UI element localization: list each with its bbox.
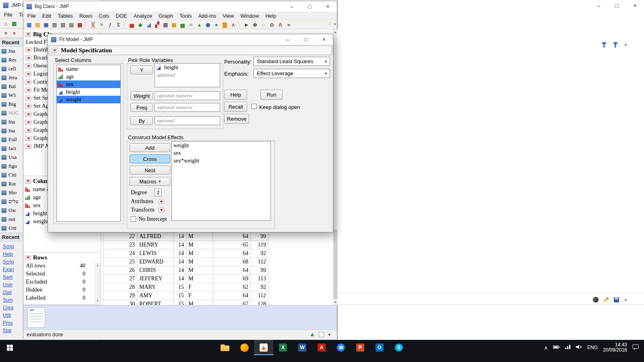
menu-window[interactable]: Window [237,12,262,19]
taskbar-outlook[interactable]: O [370,340,389,355]
cell[interactable]: 28 [103,283,137,292]
cell[interactable]: 30 [103,300,137,305]
cell[interactable]: HENRY [137,241,173,249]
tray-expand-icon[interactable]: ∧ [544,345,548,351]
status-box-icon[interactable] [319,332,324,337]
sort-icon[interactable]: ≡ [97,21,106,29]
by-field[interactable]: optional [155,116,220,125]
cell[interactable]: 23 [103,241,137,249]
cell[interactable]: 65 [213,241,251,249]
clear-row-states-icon[interactable]: ╳ [89,21,97,29]
new-window-icon[interactable]: ▦ [10,19,19,27]
cell[interactable]: 99 [251,266,268,275]
menu-addins[interactable]: Add-Ins [195,12,219,19]
degree-input[interactable]: 2 [154,189,162,196]
by-button[interactable]: By [130,116,153,125]
cross-button[interactable]: Cross [130,154,170,163]
cell[interactable]: ALFRED [137,232,173,241]
cell[interactable]: ROBERT [137,300,173,305]
recall-button[interactable]: Recall [224,102,247,112]
cell[interactable]: M [186,275,213,283]
rows-stat[interactable]: Hidden0 [23,286,95,294]
grabber-tool-icon[interactable]: ⊕ [251,21,259,29]
lasso-tool-icon[interactable]: ○ [259,21,268,29]
rows-stat[interactable]: All rows40 [23,262,95,270]
red-triangle-icon[interactable] [25,112,31,117]
network-icon[interactable] [565,345,571,350]
local-data-filter-icon[interactable] [613,42,618,48]
help-button[interactable]: Help [224,90,247,100]
cell[interactable]: M [186,249,213,258]
cell[interactable]: 26 [103,266,137,275]
cell[interactable]: 64 [213,292,251,300]
minimize-button[interactable]: – [283,1,301,12]
taskbar-zoom[interactable] [331,340,351,355]
menu-tools[interactable]: Tools [176,12,195,19]
cell[interactable]: 113 [251,275,268,283]
print-icon[interactable]: ▥ [50,21,59,29]
close-button[interactable]: × [319,1,337,12]
scroll-up-icon[interactable]: ▴ [97,264,99,267]
y-button[interactable]: Y [130,66,153,74]
cell[interactable]: M [186,241,213,249]
cell[interactable]: JEFFREY [137,275,173,283]
cell[interactable]: 14 [173,275,186,283]
red-triangle-icon[interactable] [25,128,31,133]
close-icon[interactable]: × [624,297,627,303]
red-triangle-icon[interactable] [25,64,31,68]
cell[interactable]: AMY [137,292,173,300]
overlay-plot-icon[interactable]: ≈ [187,21,195,29]
save-icon[interactable] [614,297,619,302]
keep-dialog-checkbox[interactable] [252,104,257,109]
scroll-to-top-icon[interactable] [310,333,314,336]
cell[interactable]: M [186,232,213,241]
minimize-button[interactable]: – [279,34,297,45]
cell[interactable]: 62 [213,283,251,292]
cell[interactable]: 14 [173,249,186,258]
contour-icon[interactable]: ◉ [204,21,212,29]
paste-icon[interactable]: ▨ [67,21,76,29]
menu-edit[interactable]: Edit [39,12,54,19]
cell[interactable]: 69 [213,275,251,283]
open-icon[interactable]: ▤ [33,21,42,29]
taskbar-file-explorer[interactable] [215,340,235,355]
select-column-item[interactable]: sex [57,80,120,88]
cell[interactable]: 64 [213,232,251,241]
weight-button[interactable]: Weight [130,91,153,100]
window-thumbnail[interactable] [27,307,45,328]
taskbar-acrobat[interactable]: A [312,340,331,355]
cell[interactable]: M [186,300,213,305]
menu-file[interactable]: File [24,12,39,19]
red-triangle-icon[interactable] [25,32,31,37]
cell[interactable]: 15 [173,283,186,292]
pareto-icon[interactable]: ▇ [221,21,229,29]
cell[interactable]: 22 [103,232,137,241]
taskbar-powerpoint[interactable]: P [351,340,370,355]
taskbar-firefox[interactable] [235,340,254,355]
menu-rows[interactable]: Rows [76,12,96,19]
journal-icon[interactable]: ▩ [76,21,84,29]
menu-file[interactable]: File [1,11,16,18]
cell[interactable]: M [186,266,213,275]
cell[interactable]: 112 [251,258,268,266]
scrollbar-thumb[interactable] [334,230,337,299]
menu-help[interactable]: Help [262,12,279,19]
cell[interactable]: 14 [173,241,186,249]
script-icon[interactable]: » [285,21,293,29]
close-icon[interactable]: × [624,42,627,48]
language-indicator[interactable]: ENG [587,345,598,350]
red-triangle-icon[interactable] [52,48,58,53]
red-triangle-icon[interactable] [25,144,31,149]
red-triangle-icon[interactable] [25,179,31,184]
minimize-button[interactable]: – [590,0,608,11]
volume-muted-icon[interactable] [576,345,582,350]
red-triangle-icon[interactable] [25,255,31,260]
remove-button[interactable]: Remove [224,114,249,124]
close-button[interactable]: × [315,34,333,45]
red-triangle-icon[interactable] [25,104,31,109]
effect-item[interactable]: weight [172,142,270,149]
red-triangle-icon[interactable] [25,80,31,84]
select-column-item[interactable]: name [57,65,120,73]
magnifier-tool-icon[interactable]: ⊙ [268,21,276,29]
cell[interactable]: 119 [251,241,268,249]
